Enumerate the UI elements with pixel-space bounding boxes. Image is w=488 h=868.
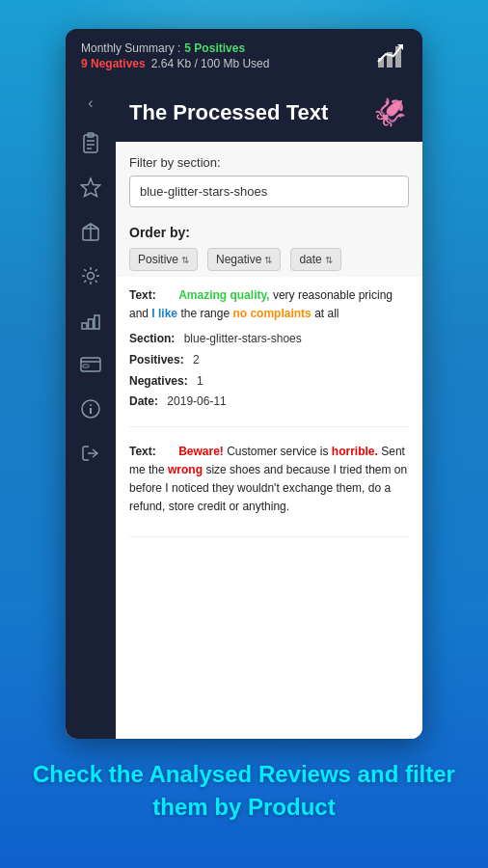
svg-rect-18 [83, 365, 89, 367]
review-1-date-value: 2019-06-11 [167, 394, 226, 408]
review-1-normal-3: at all [314, 307, 339, 320]
sidebar-icon-gear[interactable] [77, 262, 104, 289]
main-content: ‹ [66, 83, 422, 739]
sidebar-icon-star[interactable] [77, 174, 104, 201]
review-1-highlight-1: Amazing quality, [178, 288, 269, 302]
bottom-text: Check the Analysed Reviews and filter th… [0, 739, 488, 832]
order-date-label: date [299, 253, 321, 266]
stats-line2: 9 Negatives 2.64 Kb / 100 Mb Used [81, 57, 269, 70]
positives-count: 5 Positives [184, 41, 245, 55]
stats-bar: Monthly Summary : 5 Positives 9 Negative… [66, 29, 422, 83]
review-1-negatives-value: 1 [197, 374, 203, 388]
review-1-meta: Section: blue-glitter-stars-shoes Positi… [129, 329, 409, 412]
content-panel: The Processed Text 🦑 Filter by section: … [116, 83, 422, 739]
sidebar-icon-clipboard[interactable] [77, 129, 104, 156]
review-1-highlight-3: no complaints [232, 307, 311, 320]
review-1-negatives-label: Negatives: [129, 374, 188, 388]
negatives-count: 9 Negatives [81, 57, 146, 70]
sidebar-icon-chart[interactable] [77, 307, 104, 334]
filter-label: Filter by section: [129, 155, 409, 170]
review-2-highlight-1: Beware! [178, 445, 224, 458]
sort-arrows-positive: ⇅ [181, 255, 189, 265]
sidebar-icon-card[interactable] [77, 351, 104, 378]
order-date-button[interactable]: date ⇅ [290, 248, 340, 271]
page-title: The Processed Text [129, 100, 328, 125]
review-2-normal-1: Customer service is [227, 445, 332, 458]
order-buttons: Positive ⇅ Negative ⇅ date ⇅ [129, 248, 409, 271]
sort-arrows-date: ⇅ [325, 255, 333, 265]
svg-point-12 [88, 273, 95, 280]
review-1-normal-2: the range [180, 307, 232, 320]
review-1-section-value: blue-glitter-stars-shoes [184, 332, 302, 345]
review-card-2: Text: Beware! Customer service is horrib… [129, 443, 409, 537]
order-positive-label: Positive [138, 253, 178, 266]
review-1-date-label: Date: [129, 394, 158, 408]
sidebar-icon-box[interactable] [77, 218, 104, 245]
sort-arrows-negative: ⇅ [264, 255, 272, 265]
svg-rect-14 [89, 319, 94, 329]
svg-marker-9 [82, 178, 100, 197]
octopus-icon: 🦑 [373, 96, 407, 128]
review-2-highlight-3: wrong [168, 463, 203, 476]
reviews-area: Text: Amazing quality, very reasonable p… [116, 277, 422, 562]
filter-input[interactable] [129, 176, 409, 207]
order-label: Order by: [129, 225, 409, 240]
review-2-highlight-2: horrible. [332, 445, 378, 458]
review-1-section-label: Section: [129, 332, 175, 345]
order-section: Order by: Positive ⇅ Negative ⇅ date ⇅ [116, 215, 422, 277]
review-2-text: Text: Beware! Customer service is horrib… [129, 443, 409, 517]
chart-icon [372, 39, 407, 73]
phone-container: Monthly Summary : 5 Positives 9 Negative… [66, 29, 422, 739]
stats-line1: Monthly Summary : 5 Positives [81, 41, 269, 55]
order-negative-label: Negative [216, 253, 261, 266]
sidebar-collapse-arrow[interactable]: ‹ [88, 95, 93, 112]
order-negative-button[interactable]: Negative ⇅ [207, 248, 281, 271]
review-2-text-label: Text: [129, 445, 156, 458]
svg-rect-15 [95, 315, 99, 329]
sidebar-icon-exit[interactable] [77, 440, 104, 467]
sidebar-icon-info[interactable] [77, 395, 104, 422]
review-1-positives-label: Positives: [129, 353, 184, 366]
review-card-1: Text: Amazing quality, very reasonable p… [129, 286, 409, 427]
stats-left: Monthly Summary : 5 Positives 9 Negative… [81, 41, 269, 70]
review-1-text-label: Text: [129, 288, 156, 302]
filter-section: Filter by section: [116, 142, 422, 215]
content-header: The Processed Text 🦑 [116, 83, 422, 142]
monthly-label: Monthly Summary : [81, 41, 180, 55]
sidebar: ‹ [66, 83, 116, 739]
review-1-positives-value: 2 [193, 353, 200, 366]
order-positive-button[interactable]: Positive ⇅ [129, 248, 198, 271]
svg-rect-13 [82, 323, 87, 329]
review-1-highlight-2: I like [151, 307, 177, 320]
svg-point-21 [90, 404, 92, 406]
review-1-text: Text: Amazing quality, very reasonable p… [129, 286, 409, 323]
storage-used: 2.64 Kb / 100 Mb Used [151, 57, 270, 70]
